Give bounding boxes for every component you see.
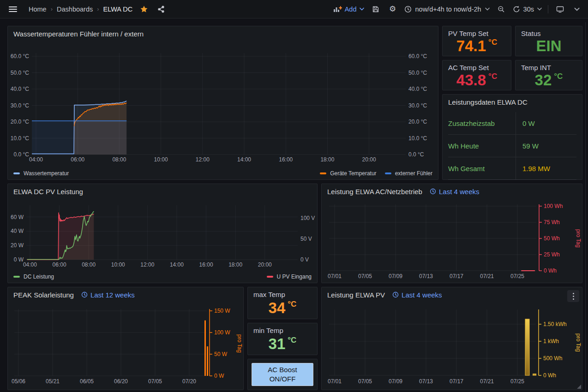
table-row: Zusatzheizstab 0 W <box>448 112 576 135</box>
clock-icon <box>81 291 88 298</box>
svg-text:50 Wh: 50 Wh <box>544 235 560 242</box>
panel-leistung-elwa-pv: Leistung ELWA PV Last 4 weeks 07/0107/05… <box>321 287 582 390</box>
leistung-pv-chart[interactable]: 07/0107/0507/0907/1307/1707/2107/250 Wh5… <box>322 287 583 391</box>
table-row-value: 59 W <box>516 135 539 157</box>
stat-unit: °C <box>288 336 296 345</box>
svg-text:08:00: 08:00 <box>82 261 96 268</box>
panel-ac-temp-set: AC Temp Set 43.8 °C <box>442 60 511 90</box>
svg-text:07/25: 07/25 <box>510 273 524 279</box>
menu-icon[interactable] <box>7 4 18 15</box>
time-range-picker[interactable]: now/d+4h to now/d-2h <box>404 6 490 13</box>
panel-time-link[interactable]: Last 4 weeks <box>430 188 480 196</box>
svg-text:05/06: 05/06 <box>12 378 25 385</box>
nav-divider <box>548 5 548 13</box>
tv-mode-icon[interactable] <box>554 4 565 15</box>
svg-text:40 W: 40 W <box>11 228 24 234</box>
legend-item[interactable]: Geräte Temperatur <box>320 170 377 177</box>
dc-pv-leistung-chart[interactable]: 04:0006:0008:0010:0012:0014:0016:0018:00… <box>8 184 318 284</box>
panel-title[interactable]: PEAK Solarleistung <box>13 291 74 299</box>
svg-text:20:00: 20:00 <box>362 156 376 163</box>
legend-item[interactable]: DC Leistung <box>13 273 54 280</box>
zoom-out-time-icon[interactable] <box>496 4 507 15</box>
svg-text:07/13: 07/13 <box>419 378 433 385</box>
dashboard-settings-icon[interactable]: ⚙ <box>387 4 398 15</box>
panel-time-link[interactable]: Last 12 weeks <box>81 291 135 299</box>
legend-swatch <box>267 276 273 278</box>
stat-unit: °C <box>288 300 296 309</box>
panel-peak-solarleistung: PEAK Solarleistung Last 12 weeks 05/0605… <box>7 287 244 390</box>
table-row-value: 1.98 MW <box>516 157 550 179</box>
stat-value: 31 °C <box>248 334 317 353</box>
svg-text:25 Wh: 25 Wh <box>544 251 560 258</box>
svg-text:18:00: 18:00 <box>320 156 334 163</box>
svg-text:12:00: 12:00 <box>196 156 210 163</box>
panel-time-link[interactable]: Last 4 weeks <box>392 291 442 299</box>
top-nav: Home › Dashboards › ELWA DC Add <box>0 0 588 18</box>
svg-text:30.0 °C: 30.0 °C <box>11 102 29 109</box>
svg-text:0.0 °C: 0.0 °C <box>408 151 424 158</box>
stat-unit: °C <box>488 72 497 81</box>
stat-title: Status <box>521 30 541 37</box>
svg-text:1.50 kWh: 1.50 kWh <box>543 321 567 327</box>
share-icon[interactable] <box>156 4 167 15</box>
panel-time-link-label: Last 4 weeks <box>402 291 442 299</box>
stat-value: 34 °C <box>248 298 317 317</box>
legend-item[interactable]: U PV Eingang <box>267 273 312 280</box>
refresh-interval-label: 30s <box>523 6 534 13</box>
peak-solar-chart[interactable]: 05/0605/2106/0506/2007/0507/200 W50 W100… <box>8 287 244 391</box>
refresh-picker[interactable]: 30s <box>513 6 542 13</box>
svg-text:14:00: 14:00 <box>237 156 251 163</box>
panel-title[interactable]: Leistung ELWA AC/Netzbetrieb <box>327 188 422 196</box>
save-dashboard-icon[interactable] <box>370 4 381 15</box>
svg-text:10.0 °C: 10.0 °C <box>408 135 427 142</box>
leistung-ac-chart[interactable]: 07/0107/0507/0907/1307/1707/2107/250 Wh2… <box>322 184 583 284</box>
svg-text:pro Tag: pro Tag <box>575 229 582 248</box>
stat-title: PV Temp Set <box>448 30 488 37</box>
legend-swatch <box>320 172 326 174</box>
chevron-down-icon <box>485 7 490 11</box>
panel-menu-button[interactable] <box>567 290 579 302</box>
scrollbar-track[interactable] <box>585 22 586 392</box>
svg-text:pro Tag: pro Tag <box>236 334 243 353</box>
favorite-star-icon[interactable] <box>138 4 150 15</box>
svg-text:150 W: 150 W <box>214 308 230 314</box>
table-row-label[interactable]: Zusatzheizstab <box>448 112 516 134</box>
wassertemperaturen-chart[interactable]: 04:0006:0008:0010:0012:0014:0016:0018:00… <box>8 26 439 180</box>
panel-time-link-label: Last 4 weeks <box>439 188 480 196</box>
svg-text:40.0 °C: 40.0 °C <box>408 86 427 92</box>
clock-icon <box>404 6 412 13</box>
panel-resize-handle[interactable] <box>577 385 581 389</box>
breadcrumb-home[interactable]: Home <box>29 6 47 13</box>
ac-boost-button[interactable]: AC Boost ON/OFF <box>252 363 313 386</box>
chevron-down-icon[interactable] <box>571 4 582 15</box>
svg-text:07/17: 07/17 <box>450 378 463 385</box>
panel-title[interactable]: Leistungsdaten ELWA DC <box>448 98 528 106</box>
svg-text:07/09: 07/09 <box>389 273 402 279</box>
legend-item[interactable]: externer Fühler <box>385 170 432 177</box>
refresh-icon <box>513 6 520 13</box>
table-row-label[interactable]: Wh Heute <box>448 135 516 157</box>
table-row: Wh Gesamt 1.98 MW <box>448 157 576 180</box>
chart-legend: WassertemperaturGeräte Temperaturexterne… <box>13 170 432 177</box>
time-range-label: now/d+4h to now/d-2h <box>415 6 481 13</box>
legend-item[interactable]: Wassertemperatur <box>13 170 69 177</box>
panel-title[interactable]: Wassertemperaturen Fühler intern / exter… <box>13 30 144 38</box>
add-panel-icon <box>333 6 342 12</box>
svg-text:0 W: 0 W <box>214 373 224 379</box>
svg-text:50.0 °C: 50.0 °C <box>11 70 29 76</box>
add-label: Add <box>345 6 357 13</box>
breadcrumb-dashboards[interactable]: Dashboards <box>57 6 93 13</box>
panel-title[interactable]: ELWA DC PV Leistung <box>13 188 83 196</box>
breadcrumb-separator: › <box>97 6 99 12</box>
chart-legend: DC LeistungU PV Eingang <box>13 273 312 280</box>
svg-text:07/25: 07/25 <box>510 378 524 385</box>
stat-number: 43.8 <box>456 72 486 88</box>
legend-swatch <box>13 172 20 174</box>
svg-text:07/01: 07/01 <box>328 273 342 279</box>
svg-text:16:00: 16:00 <box>279 156 293 163</box>
panel-title[interactable]: Leistung ELWA PV <box>327 291 385 299</box>
svg-text:07/13: 07/13 <box>419 273 433 279</box>
svg-text:20.0 °C: 20.0 °C <box>11 119 29 125</box>
add-panel-button[interactable]: Add <box>333 6 364 13</box>
table-row-label[interactable]: Wh Gesamt <box>448 157 516 179</box>
